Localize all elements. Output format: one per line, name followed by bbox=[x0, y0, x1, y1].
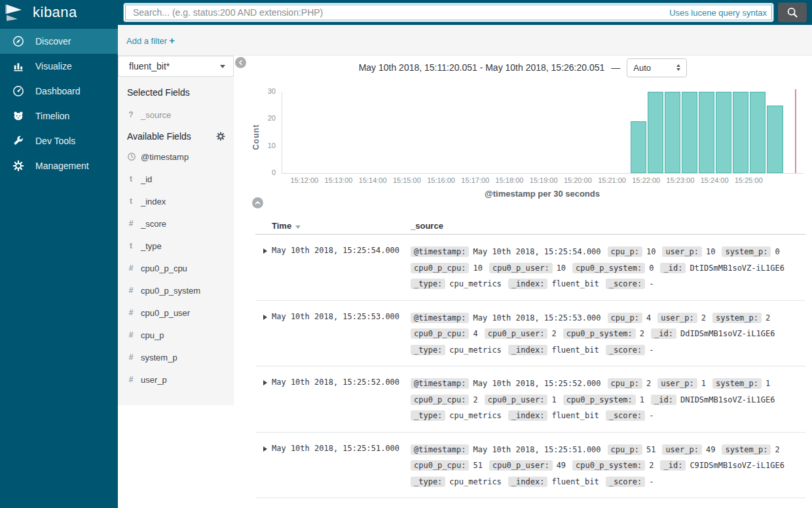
histogram-bar[interactable] bbox=[750, 92, 766, 173]
field-item-_index[interactable]: t_index bbox=[127, 194, 226, 208]
sidebar-item-timelion[interactable]: Timelion bbox=[0, 104, 118, 128]
field-item-cpu0_p_system[interactable]: #cpu0_p_system bbox=[127, 283, 226, 298]
field-name-badge[interactable]: _type: bbox=[411, 410, 445, 421]
expand-row-icon[interactable] bbox=[263, 380, 267, 385]
field-name-badge[interactable]: _index: bbox=[508, 410, 548, 421]
sidebar-item-management[interactable]: Management bbox=[0, 153, 118, 178]
add-filter-button[interactable]: Add a filter+ bbox=[126, 35, 175, 46]
field-name-badge[interactable]: _id: bbox=[660, 263, 686, 273]
field-name-badge[interactable]: cpu0_p_system: bbox=[572, 460, 645, 471]
field-name-badge[interactable]: cpu0_p_user: bbox=[489, 263, 553, 273]
add-filter-label: Add a filter bbox=[126, 36, 167, 46]
field-name-badge[interactable]: _id: bbox=[651, 395, 676, 405]
source-field-system_p: system_p:2 bbox=[712, 310, 770, 326]
field-name-badge[interactable]: cpu0_p_system: bbox=[572, 263, 645, 273]
histogram-bar[interactable] bbox=[699, 92, 714, 173]
expand-row-icon[interactable] bbox=[263, 248, 267, 254]
field-name-badge[interactable]: @timestamp: bbox=[411, 313, 469, 323]
field-item-_source[interactable]: ?_source bbox=[127, 107, 226, 122]
field-name-badge[interactable]: _score: bbox=[606, 279, 646, 289]
histogram-plot[interactable] bbox=[282, 92, 803, 174]
field-value: 4 bbox=[646, 313, 651, 322]
sidebar-item-visualize[interactable]: Visualize bbox=[0, 54, 118, 79]
field-name-badge[interactable]: system_p: bbox=[722, 246, 771, 257]
field-name-badge[interactable]: cpu_p: bbox=[608, 246, 642, 257]
sidebar-item-discover[interactable]: Discover bbox=[0, 29, 118, 54]
expand-row-icon[interactable] bbox=[263, 446, 267, 452]
field-name-badge[interactable]: user_p: bbox=[662, 246, 702, 257]
interval-select[interactable]: Auto bbox=[627, 58, 687, 77]
field-name-badge[interactable]: cpu_p: bbox=[608, 444, 642, 455]
field-name-badge[interactable]: _type: bbox=[411, 279, 445, 289]
field-name-badge[interactable]: _index: bbox=[508, 345, 548, 355]
field-name-badge[interactable]: user_p: bbox=[657, 313, 697, 323]
field-name-badge[interactable]: cpu0_p_user: bbox=[485, 395, 548, 405]
collapse-histogram-button[interactable] bbox=[252, 197, 263, 208]
field-item-system_p[interactable]: #system_p bbox=[127, 350, 226, 364]
lucene-syntax-link[interactable]: Uses lucene query syntax bbox=[669, 8, 767, 18]
field-name-badge[interactable]: _type: bbox=[411, 477, 445, 487]
field-name-badge[interactable]: cpu0_p_user: bbox=[485, 328, 548, 339]
histogram-bar[interactable] bbox=[682, 92, 697, 173]
search-box[interactable]: Uses lucene query syntax bbox=[123, 3, 774, 22]
expand-row-icon[interactable] bbox=[263, 315, 267, 320]
search-input[interactable] bbox=[132, 7, 669, 18]
histogram-bar[interactable] bbox=[648, 92, 663, 173]
field-name-badge[interactable]: user_p: bbox=[662, 444, 702, 455]
field-item-@timestamp[interactable]: @timestamp bbox=[127, 149, 226, 164]
field-item-_score[interactable]: #_score bbox=[127, 216, 226, 231]
field-name-badge[interactable]: cpu0_p_cpu: bbox=[411, 395, 469, 405]
field-name-badge[interactable]: system_p: bbox=[712, 313, 762, 323]
field-name-badge[interactable]: _id: bbox=[651, 328, 676, 339]
column-header-time[interactable]: Time bbox=[272, 221, 411, 231]
field-item-cpu0_p_cpu[interactable]: #cpu0_p_cpu bbox=[127, 261, 226, 275]
field-item-cpu0_p_user[interactable]: #cpu0_p_user bbox=[127, 305, 226, 320]
field-name-badge[interactable]: cpu0_p_user: bbox=[489, 460, 553, 471]
sidebar-item-dashboard[interactable]: Dashboard bbox=[0, 79, 118, 104]
field-value: cpu_metrics bbox=[449, 345, 501, 355]
gear-icon bbox=[11, 159, 26, 173]
field-item-_type[interactable]: t_type bbox=[127, 239, 226, 253]
histogram-bar[interactable] bbox=[665, 92, 680, 173]
field-item-user_p[interactable]: #user_p bbox=[127, 372, 226, 387]
field-name-badge[interactable]: cpu0_p_system: bbox=[563, 395, 636, 405]
search-button[interactable] bbox=[778, 3, 807, 22]
field-name-badge[interactable]: @timestamp: bbox=[411, 378, 469, 389]
field-name-badge[interactable]: user_p: bbox=[657, 378, 697, 389]
field-name-badge[interactable]: cpu_p: bbox=[608, 378, 642, 389]
field-item-_id[interactable]: t_id bbox=[127, 172, 226, 186]
index-pattern-selector[interactable]: fluent_bit* bbox=[118, 56, 234, 77]
field-name-badge[interactable]: @timestamp: bbox=[411, 444, 469, 455]
field-name-badge[interactable]: cpu0_p_cpu: bbox=[411, 328, 469, 339]
histogram-bar[interactable] bbox=[733, 92, 748, 173]
field-value: fluent_bit bbox=[551, 345, 599, 355]
sidebar-item-dev-tools[interactable]: Dev Tools bbox=[0, 128, 118, 153]
field-item-cpu_p[interactable]: #cpu_p bbox=[127, 328, 226, 342]
field-type-icon: # bbox=[127, 330, 135, 340]
histogram-bar[interactable] bbox=[631, 121, 646, 173]
field-value: 49 bbox=[557, 461, 566, 470]
field-name-badge[interactable]: _id: bbox=[660, 460, 686, 471]
field-name-badge[interactable]: cpu0_p_cpu: bbox=[411, 263, 469, 273]
kibana-logo[interactable]: kibana bbox=[0, 0, 118, 25]
field-name-badge[interactable]: _score: bbox=[606, 345, 646, 355]
field-name-badge[interactable]: cpu_p: bbox=[608, 313, 642, 323]
field-name-badge[interactable]: cpu0_p_cpu: bbox=[411, 460, 469, 471]
field-name-badge[interactable]: _score: bbox=[606, 477, 646, 487]
histogram-bar[interactable] bbox=[716, 92, 731, 173]
field-name: _type bbox=[141, 241, 162, 251]
field-value: 2 bbox=[649, 461, 654, 470]
column-header-source[interactable]: _source bbox=[411, 221, 801, 231]
field-name-badge[interactable]: _index: bbox=[508, 477, 548, 487]
histogram-bar[interactable] bbox=[767, 106, 783, 173]
field-name-badge[interactable]: _type: bbox=[411, 345, 445, 355]
field-name-badge[interactable]: system_p: bbox=[712, 378, 762, 389]
field-settings-gear-icon[interactable] bbox=[215, 131, 226, 142]
time-range-dash: — bbox=[611, 62, 620, 73]
field-value: 1 bbox=[551, 395, 556, 404]
field-name-badge[interactable]: _score: bbox=[606, 410, 646, 421]
field-name-badge[interactable]: _index: bbox=[508, 279, 548, 289]
field-name-badge[interactable]: system_p: bbox=[722, 444, 771, 455]
field-name-badge[interactable]: cpu0_p_system: bbox=[563, 328, 636, 339]
field-name-badge[interactable]: @timestamp: bbox=[411, 246, 469, 257]
